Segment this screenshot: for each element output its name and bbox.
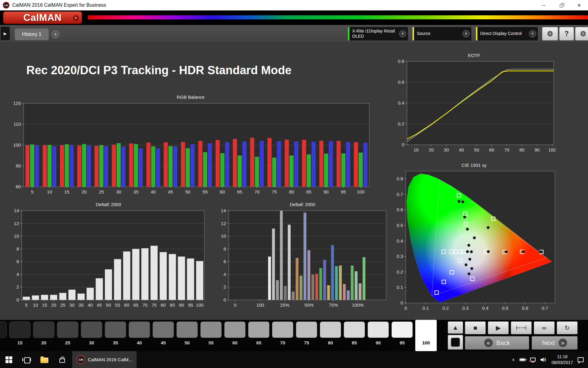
svg-text:85: 85 <box>170 302 175 308</box>
clock-time: 11:18 <box>552 354 573 360</box>
pattern-swatch-35[interactable]: 35 <box>105 321 126 350</box>
svg-text:6: 6 <box>224 259 226 264</box>
svg-text:25: 25 <box>60 302 66 308</box>
pattern-swatch-20[interactable]: 20 <box>33 321 55 350</box>
restore-icon <box>560 4 563 7</box>
pattern-up-button[interactable]: ▲ <box>448 321 463 334</box>
next-label: Next <box>542 339 555 347</box>
pattern-swatch-30[interactable]: 30 <box>81 321 102 350</box>
stop-button[interactable]: ■ <box>465 321 486 334</box>
svg-text:60: 60 <box>220 189 225 194</box>
pattern-swatch-60[interactable]: 60 <box>224 321 246 350</box>
minimize-button[interactable] <box>535 0 552 10</box>
chevron-down-icon[interactable]: ▼ <box>399 30 406 37</box>
pattern-swatch-50[interactable]: 50 <box>176 321 198 350</box>
tab-history-1[interactable]: History 1 <box>15 29 49 40</box>
settings-button[interactable]: ⚙ <box>542 27 558 40</box>
expand-panel-button[interactable]: ▶ <box>1 27 10 40</box>
svg-text:70: 70 <box>254 189 260 194</box>
close-button[interactable]: × <box>570 0 588 10</box>
next-button[interactable]: Next » <box>532 336 578 350</box>
add-tab-button[interactable]: + <box>51 30 59 38</box>
swatch-label: 95 <box>391 340 413 345</box>
pattern-swatch-90[interactable]: 90 <box>368 321 389 350</box>
start-button[interactable] <box>0 351 18 368</box>
extra-tool-button[interactable]: ⚙ <box>575 27 588 40</box>
gear-icon: ⚙ <box>580 30 586 38</box>
svg-text:15: 15 <box>64 189 70 194</box>
file-explorer-button[interactable] <box>36 351 53 368</box>
meter-dropdown[interactable]: X-Rite i1Display Retail OLED ▼ <box>348 27 408 40</box>
window-title: CalMAN 2016 CalMAN Expert for Business <box>12 2 106 8</box>
calman-logo-button[interactable]: CalMAN ▼ <box>3 11 82 24</box>
pattern-swatch-55[interactable]: 55 <box>200 321 222 350</box>
chevron-down-icon[interactable]: ▼ <box>462 30 470 37</box>
source-dropdown[interactable]: Source ▼ <box>413 27 471 40</box>
back-button[interactable]: « Back <box>465 336 529 350</box>
action-center-icon[interactable] <box>578 357 584 362</box>
svg-text:0.2: 0.2 <box>397 269 403 274</box>
measure-range-button[interactable]: ⊢⊣ <box>511 321 532 334</box>
chevron-down-icon[interactable]: ▼ <box>529 30 536 37</box>
eotf-plot: 00.20.40.60.8102030405060708090100 <box>393 58 556 154</box>
svg-text:2: 2 <box>17 284 19 289</box>
svg-text:40: 40 <box>459 147 464 152</box>
pattern-swatch-70[interactable]: 70 <box>272 321 293 350</box>
swatch-label: 40 <box>129 340 150 345</box>
pattern-swatch-45[interactable]: 45 <box>153 321 174 350</box>
pattern-swatch-95[interactable]: 95 <box>391 321 413 350</box>
pattern-swatch-edge[interactable] <box>0 321 7 350</box>
pattern-swatch-85[interactable]: 85 <box>344 321 365 350</box>
swatch-label: 15 <box>9 340 31 345</box>
pattern-swatch-65[interactable]: 65 <box>248 321 270 350</box>
pattern-swatch-15[interactable]: 15 <box>9 321 31 350</box>
clock-date: 08/03/2017 <box>552 360 573 366</box>
svg-text:75: 75 <box>152 302 157 308</box>
continuous-measure-button[interactable]: ∞ <box>534 321 555 334</box>
swatch-color <box>416 321 436 338</box>
svg-text:0.6: 0.6 <box>397 207 403 212</box>
svg-text:70: 70 <box>142 302 148 308</box>
display-control-dropdown[interactable]: Direct Display Control ▼ <box>476 27 538 40</box>
store-button[interactable] <box>53 351 71 368</box>
pattern-swatch-40[interactable]: 40 <box>129 321 150 350</box>
expand-icon: ▶ <box>4 31 7 36</box>
pattern-window-button[interactable] <box>448 335 463 350</box>
pattern-swatch-25[interactable]: 25 <box>57 321 78 350</box>
play-button[interactable]: ▶ <box>488 321 509 334</box>
help-button[interactable]: ? <box>559 27 574 40</box>
logo-dropdown-icon[interactable]: ▼ <box>73 15 79 21</box>
range-icon: ⊢⊣ <box>516 324 527 332</box>
svg-text:55: 55 <box>202 189 208 194</box>
svg-text:4: 4 <box>224 272 226 277</box>
swatch-color <box>57 321 78 338</box>
volume-icon[interactable] <box>540 357 547 362</box>
swatch-label: 65 <box>248 340 270 345</box>
pattern-swatch-100[interactable]: 100 <box>415 320 437 351</box>
battery-icon[interactable] <box>519 358 526 361</box>
svg-text:0.8: 0.8 <box>397 176 403 181</box>
spectrum-strip <box>88 15 588 19</box>
stop-icon: ■ <box>473 324 477 332</box>
svg-text:14: 14 <box>221 208 226 213</box>
calman-taskbar-button[interactable]: CM CalMAN 2016 CalM... <box>72 351 137 368</box>
network-disconnected-icon[interactable]: × <box>530 358 536 362</box>
hidden-icons-caret[interactable]: ∧ <box>512 357 515 362</box>
next-chevron-icon: » <box>559 339 567 347</box>
pattern-swatch-80[interactable]: 80 <box>320 321 341 350</box>
svg-text:95: 95 <box>341 189 346 194</box>
taskbar-clock[interactable]: 11:18 08/03/2017 <box>552 354 573 366</box>
svg-text:25%: 25% <box>280 302 289 308</box>
back-label: Back <box>496 339 510 347</box>
restore-button[interactable] <box>552 0 570 10</box>
loop-button[interactable]: ↻ <box>557 321 578 334</box>
task-view-button[interactable] <box>18 351 36 368</box>
svg-text:80: 80 <box>289 189 294 194</box>
folder-icon <box>40 358 48 363</box>
pattern-swatch-75[interactable]: 75 <box>296 321 317 350</box>
svg-text:0: 0 <box>405 305 407 311</box>
svg-text:0: 0 <box>17 297 19 302</box>
window-titlebar: CM CalMAN 2016 CalMAN Expert for Busines… <box>0 0 588 10</box>
svg-text:100: 100 <box>13 142 21 148</box>
svg-text:0.4: 0.4 <box>482 305 488 311</box>
